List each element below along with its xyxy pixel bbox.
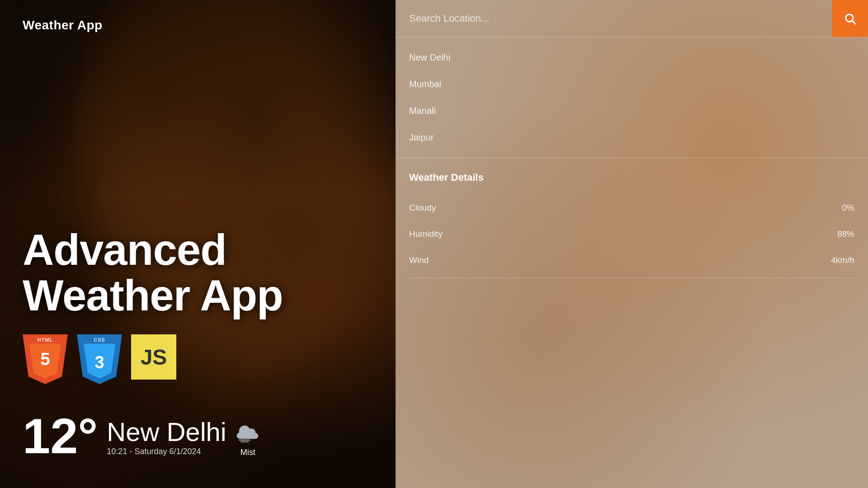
hero-text: Advanced Weather App HTML 5 CSS xyxy=(23,227,373,402)
css-inner: 3 xyxy=(84,343,115,378)
datetime: 10:21 - Saturday 6/1/2024 xyxy=(107,447,226,456)
js-text: JS xyxy=(141,345,167,370)
temperature: 12° xyxy=(23,411,98,461)
detail-row-wind: Wind 4km/h xyxy=(409,247,854,273)
css3-badge: CSS 3 xyxy=(77,334,122,384)
detail-value-humidity: 88% xyxy=(837,229,854,239)
css-number: 3 xyxy=(94,353,104,372)
detail-value-cloudy: 0% xyxy=(842,203,854,213)
search-input-wrapper xyxy=(396,0,832,37)
detail-label-humidity: Humidity xyxy=(409,229,443,239)
weather-details: Weather Details Cloudy 0% Humidity 88% W… xyxy=(396,158,868,488)
html-shield: HTML 5 xyxy=(23,334,68,384)
location-item-mumbai[interactable]: Mumbai xyxy=(396,71,868,98)
right-content: New Delhi Mumbai Manali Jaipur Weather D… xyxy=(396,0,868,488)
search-input[interactable] xyxy=(409,13,818,24)
detail-label-cloudy: Cloudy xyxy=(409,203,436,213)
location-item-manali[interactable]: Manali xyxy=(396,98,868,124)
html-number: 5 xyxy=(40,351,50,368)
html-label: HTML xyxy=(23,337,68,343)
hero-heading: Advanced Weather App xyxy=(23,227,373,319)
js-badge: JS xyxy=(131,334,176,380)
detail-row-cloudy: Cloudy 0% xyxy=(409,195,854,221)
tech-badges: HTML 5 CSS 3 xyxy=(23,334,373,384)
weather-icon-area: Mist xyxy=(236,423,260,461)
weather-bottom: 12° New Delhi 10:21 - Saturday 6/1/2024 … xyxy=(23,411,373,470)
weather-condition: Mist xyxy=(241,448,255,457)
details-title: Weather Details xyxy=(409,172,854,183)
location-list: New Delhi Mumbai Manali Jaipur xyxy=(396,38,868,158)
svg-line-3 xyxy=(852,21,855,23)
search-button[interactable] xyxy=(832,0,868,37)
html-inner: 5 xyxy=(29,343,61,378)
search-icon xyxy=(844,12,856,25)
city-name: New Delhi xyxy=(107,419,226,445)
location-item-jaipur[interactable]: Jaipur xyxy=(396,124,868,151)
location-item-new-delhi[interactable]: New Delhi xyxy=(396,44,868,71)
details-divider-bottom xyxy=(409,278,854,278)
css-label: CSS xyxy=(94,337,105,343)
detail-value-wind: 4km/h xyxy=(831,255,854,265)
css-shield: CSS 3 xyxy=(77,334,122,384)
left-content: Weather App Advanced Weather App HTML 5 xyxy=(0,0,396,488)
cloud-icon xyxy=(236,423,260,446)
city-time: New Delhi 10:21 - Saturday 6/1/2024 xyxy=(107,419,226,461)
detail-row-humidity: Humidity 88% xyxy=(409,221,854,247)
right-panel: New Delhi Mumbai Manali Jaipur Weather D… xyxy=(396,0,868,488)
detail-label-wind: Wind xyxy=(409,255,429,265)
html5-badge: HTML 5 xyxy=(23,334,68,384)
search-bar xyxy=(396,0,868,38)
left-panel: Weather App Advanced Weather App HTML 5 xyxy=(0,0,396,488)
app-title: Weather App xyxy=(23,18,373,33)
